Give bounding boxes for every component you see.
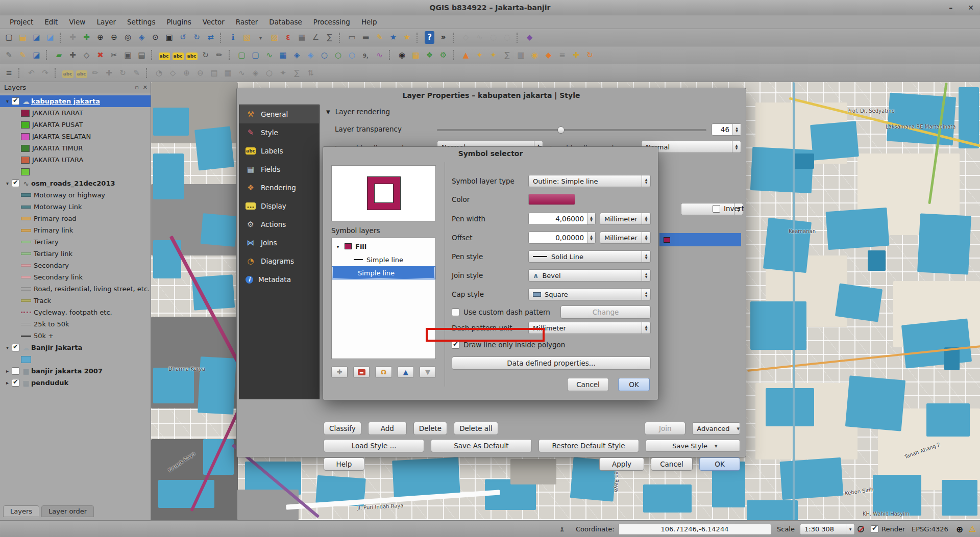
zoom-last-icon[interactable]: ↺: [177, 31, 189, 44]
menu-item[interactable]: Raster: [230, 15, 264, 29]
layer-tree-item[interactable]: Secondary: [0, 260, 151, 271]
layer-visibility-checkbox[interactable]: [12, 344, 19, 351]
dock-panel-icon[interactable]: ▫: [135, 82, 138, 93]
help-contents-icon[interactable]: ?: [423, 31, 436, 44]
new-bookmark-icon[interactable]: ★: [401, 31, 413, 44]
epsg-label[interactable]: EPSG:4326: [912, 521, 948, 537]
arrows-icon[interactable]: ⇅: [304, 67, 317, 80]
symbol-layer-item[interactable]: Simple line: [332, 253, 435, 266]
style-button[interactable]: Save Style: [646, 440, 740, 452]
dock-handle-icon[interactable]: ≡: [3, 67, 15, 80]
toolbar-separator[interactable]: [339, 33, 342, 43]
map-tips-icon[interactable]: ◉: [396, 49, 408, 62]
sidebar-item[interactable]: ❖ Rendering: [239, 178, 319, 197]
symbol-layer-type-select[interactable]: Outline: Simple line ▲▼: [528, 175, 651, 187]
copy-features-icon[interactable]: ▣: [121, 49, 134, 62]
layer-visibility-checkbox[interactable]: [12, 97, 19, 105]
deselect-icon[interactable]: ▨: [268, 31, 281, 44]
bookmark-icon[interactable]: ★: [387, 31, 400, 44]
composer-icon[interactable]: ▭: [346, 31, 358, 44]
sidebar-item[interactable]: ◔ Diagrams: [239, 252, 319, 270]
spinner-arrows-icon[interactable]: ▲▼: [587, 213, 595, 224]
menu-item[interactable]: Plugins: [161, 15, 197, 29]
offset-unit-select[interactable]: Millimeter ▲▼: [600, 232, 651, 244]
diamond-icon[interactable]: ◈: [249, 67, 262, 80]
style-button[interactable]: Restore Default Style: [538, 439, 639, 452]
sidebar-item[interactable]: ⚙ Actions: [239, 215, 319, 234]
layer-tree-item[interactable]: JAKARTA BARAT: [0, 107, 151, 119]
toggle-editing-icon[interactable]: ✎: [16, 49, 29, 62]
georeferencer-icon[interactable]: ❖: [423, 49, 436, 62]
menu-item[interactable]: Database: [263, 15, 307, 29]
extent-toggle-icon[interactable]: ✂: [559, 521, 565, 537]
layer-tree-item[interactable]: Primary road: [0, 213, 151, 224]
toolbar-separator[interactable]: [55, 68, 58, 78]
layer-tree-item[interactable]: Road, residential, living street, etc.: [0, 283, 151, 295]
offset-spinbox[interactable]: 0,00000 ▲▼: [528, 232, 596, 244]
zoom-next-icon[interactable]: ↻: [190, 31, 203, 44]
close-panel-icon[interactable]: ✕: [143, 82, 148, 93]
join-style-select[interactable]: ∧ Bevel ▲▼: [528, 269, 651, 282]
layer-tree-item[interactable]: [0, 166, 151, 177]
star-icon[interactable]: ✦: [277, 67, 289, 80]
layer-tree-item[interactable]: JAKARTA TIMUR: [0, 142, 151, 154]
save-edits-icon[interactable]: ◪: [30, 49, 43, 62]
layer-tree-item[interactable]: ▸ ▦ penduduk: [0, 377, 151, 389]
toolbar-separator[interactable]: [416, 33, 420, 43]
add-postgis-icon[interactable]: ◈: [290, 49, 303, 62]
expander-icon[interactable]: ▸: [4, 368, 11, 374]
toolbar-separator[interactable]: [46, 50, 50, 60]
selected-category-row[interactable]: [659, 233, 741, 246]
ok-button[interactable]: OK: [618, 378, 650, 391]
toolbar-separator[interactable]: [389, 50, 393, 60]
layer-visibility-checkbox[interactable]: [12, 379, 19, 387]
pan-to-selection-icon[interactable]: ✚: [80, 31, 93, 44]
move-up-symbol-layer-icon[interactable]: ▲: [398, 366, 414, 378]
select-features-icon[interactable]: ▧: [240, 31, 253, 44]
delete-selected-icon[interactable]: ✖: [94, 49, 107, 62]
layer-tree-item[interactable]: Secondary link: [0, 271, 151, 283]
layer-tree-item[interactable]: Tertiary link: [0, 248, 151, 260]
dialog-button[interactable]: Delete: [413, 422, 447, 435]
dialog-button[interactable]: Advanced: [692, 422, 740, 434]
add-delimited-text-icon[interactable]: 9,: [359, 49, 372, 62]
zoom-out-icon[interactable]: ⊖: [108, 31, 120, 44]
dialog-footer-button[interactable]: Help: [324, 457, 364, 471]
add-ring-icon[interactable]: ◌: [487, 31, 500, 44]
add-wcs-icon[interactable]: ○: [332, 49, 345, 62]
toolbar-separator[interactable]: [517, 33, 520, 43]
add-wfs-icon[interactable]: ○: [346, 49, 358, 62]
dialog-footer-button[interactable]: OK: [699, 457, 740, 471]
layer-tree-item[interactable]: Motorway or highway: [0, 189, 151, 201]
layer-tree-item[interactable]: Motorway Link: [0, 201, 151, 213]
new-shapefile-icon[interactable]: ▢: [235, 49, 248, 62]
add-raster-icon[interactable]: ▦: [277, 49, 289, 62]
toolbar-separator[interactable]: [18, 68, 22, 78]
refresh-icon[interactable]: ⇄: [204, 31, 217, 44]
expander-icon[interactable]: ▾: [335, 244, 341, 249]
file-new-icon[interactable]: ▢: [3, 31, 15, 44]
spinner-arrows-icon[interactable]: ▲▼: [587, 232, 595, 243]
statistics-icon[interactable]: ∑: [501, 49, 513, 62]
grid-icon[interactable]: ▦: [409, 49, 422, 62]
dialog-button[interactable]: Delete all: [454, 422, 498, 435]
title-bar[interactable]: QGIS b834922 – Jakarta-banjir – ✕: [0, 0, 980, 15]
transparency-spinbox[interactable]: 46 ▲▼: [712, 123, 741, 136]
layer-tree-item[interactable]: JAKARTA PUSAT: [0, 119, 151, 131]
custom-dash-checkbox[interactable]: [452, 309, 459, 316]
diagram-icon[interactable]: ◔: [153, 67, 165, 80]
identify-icon[interactable]: ℹ: [227, 31, 239, 44]
toolbar-separator[interactable]: [151, 50, 155, 60]
cut-features-icon[interactable]: ✂: [108, 49, 120, 62]
cap-style-select[interactable]: Square ▲▼: [528, 288, 651, 300]
layer-visibility-checkbox[interactable]: [12, 367, 19, 375]
dash-unit-select[interactable]: Millimeter ▲▼: [528, 322, 651, 334]
toolbar-separator[interactable]: [453, 33, 456, 43]
style-button[interactable]: Load Style ...: [324, 439, 424, 452]
circle-icon[interactable]: ○: [263, 67, 276, 80]
close-icon[interactable]: ✕: [968, 0, 974, 15]
toolbar-separator[interactable]: [146, 68, 150, 78]
layer-tree-item[interactable]: JAKARTA SELATAN: [0, 131, 151, 142]
projection-globe-icon[interactable]: ⊕: [956, 521, 963, 537]
add-symbol-layer-icon[interactable]: ✚: [331, 366, 348, 378]
